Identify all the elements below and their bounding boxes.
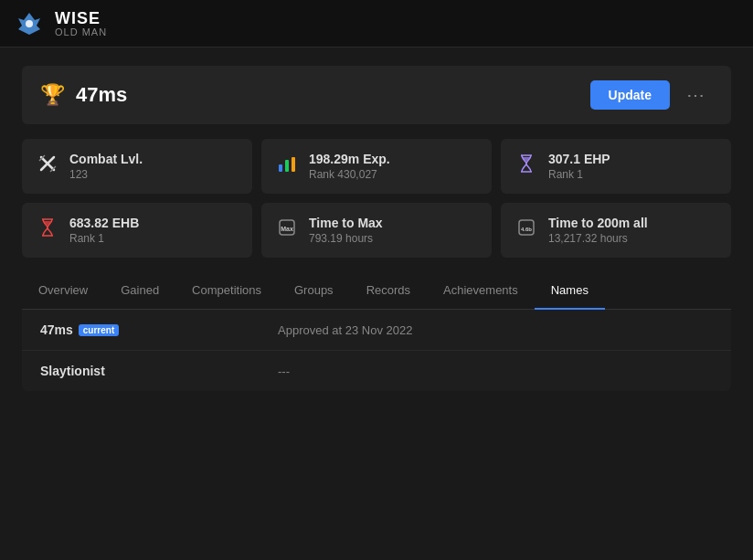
hourglass-icon	[515, 153, 537, 178]
svg-text:Max: Max	[281, 226, 293, 232]
stat-combat-value: 123	[69, 168, 143, 181]
tabs-bar: Overview Gained Competitions Groups Reco…	[22, 272, 731, 310]
tab-names[interactable]: Names	[535, 272, 605, 310]
trophy-icon: 🏆	[40, 83, 65, 107]
stat-exp-label: 198.29m Exp.	[309, 152, 390, 166]
stat-time-max-label: Time to Max	[309, 216, 383, 230]
app-title: WISE	[55, 10, 107, 26]
names-row-2: Slaytionist ---	[22, 351, 731, 391]
4b-icon: 4.6b	[515, 217, 537, 242]
name-status-2: ---	[278, 365, 290, 378]
app-logo	[15, 9, 44, 38]
bar-chart-icon	[276, 153, 298, 178]
stat-ehp: 307.1 EHP Rank 1	[501, 139, 731, 194]
stat-exp: 198.29m Exp. Rank 430,027	[261, 139, 492, 194]
stat-combat-label: Combat Lvl.	[69, 152, 143, 166]
name-col-2: Slaytionist	[40, 364, 278, 378]
hourglass-red-icon	[37, 217, 58, 242]
tab-gained[interactable]: Gained	[104, 272, 175, 310]
svg-point-1	[26, 20, 33, 27]
stat-combat: Combat Lvl. 123	[22, 139, 252, 194]
app-subtitle: OLD MAN	[55, 26, 107, 37]
max-icon: Max	[276, 217, 298, 242]
player-card-left: 🏆 47ms	[40, 83, 127, 107]
tab-achievements[interactable]: Achievements	[427, 272, 535, 310]
stat-time-max-value: 793.19 hours	[309, 232, 383, 245]
player-card: 🏆 47ms Update ⋯	[22, 66, 731, 124]
tab-groups[interactable]: Groups	[278, 272, 350, 310]
names-table: 47ms current Approved at 23 Nov 2022 Sla…	[22, 310, 731, 391]
stat-exp-info: 198.29m Exp. Rank 430,027	[309, 152, 390, 181]
stat-ehb-value: Rank 1	[69, 232, 139, 245]
svg-rect-8	[292, 157, 295, 172]
update-button[interactable]: Update	[590, 80, 670, 110]
stat-time-200m-value: 13,217.32 hours	[548, 232, 648, 245]
stat-time-max-info: Time to Max 793.19 hours	[309, 216, 383, 245]
stat-time-200m: 4.6b Time to 200m all 13,217.32 hours	[501, 203, 731, 258]
stat-time-200m-label: Time to 200m all	[548, 216, 648, 230]
tab-overview[interactable]: Overview	[22, 272, 104, 310]
swords-icon	[37, 153, 58, 178]
name-col-1: 47ms current	[40, 322, 278, 337]
more-options-button[interactable]: ⋯	[679, 80, 713, 110]
app-header: WISE OLD MAN	[0, 0, 753, 48]
names-row-1: 47ms current Approved at 23 Nov 2022	[22, 310, 731, 351]
main-content: 🏆 47ms Update ⋯ Combat Lvl. 123	[0, 48, 753, 409]
stats-grid: Combat Lvl. 123 198.29m Exp. Rank 430,02…	[22, 139, 731, 258]
name-value-1: 47ms	[40, 322, 73, 337]
stat-ehb-info: 683.82 EHB Rank 1	[69, 216, 139, 245]
name-value-2: Slaytionist	[40, 364, 105, 378]
stat-time-max: Max Time to Max 793.19 hours	[261, 203, 492, 258]
stat-ehp-value: Rank 1	[548, 168, 610, 181]
name-badge-1: current	[79, 324, 119, 336]
stat-exp-value: Rank 430,027	[309, 168, 390, 181]
stat-ehb: 683.82 EHB Rank 1	[22, 203, 252, 258]
tab-competitions[interactable]: Competitions	[175, 272, 278, 310]
svg-rect-7	[285, 160, 289, 172]
stat-ehp-info: 307.1 EHP Rank 1	[548, 152, 610, 181]
stat-ehp-label: 307.1 EHP	[548, 152, 610, 166]
player-name: 47ms	[76, 83, 127, 107]
name-status-1: Approved at 23 Nov 2022	[278, 323, 412, 337]
stat-ehb-label: 683.82 EHB	[69, 216, 139, 230]
svg-text:4.6b: 4.6b	[521, 227, 532, 232]
player-card-right: Update ⋯	[590, 80, 713, 110]
app-title-block: WISE OLD MAN	[55, 10, 107, 37]
stat-combat-info: Combat Lvl. 123	[69, 152, 143, 181]
svg-rect-6	[279, 164, 282, 172]
stat-time-200m-info: Time to 200m all 13,217.32 hours	[548, 216, 648, 245]
tab-records[interactable]: Records	[350, 272, 427, 310]
